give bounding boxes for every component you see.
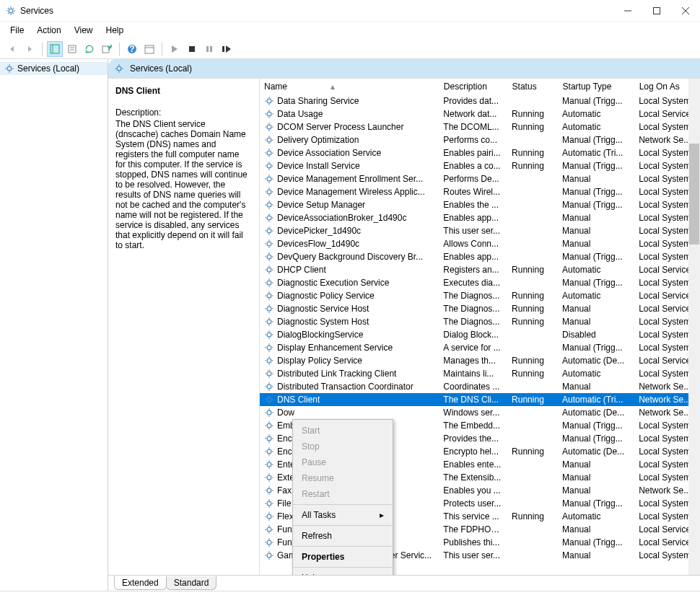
service-icon [264, 187, 274, 197]
table-row[interactable]: Distributed Transaction CoordinatorCoord… [260, 380, 700, 393]
col-status[interactable]: Status [507, 79, 558, 94]
svg-point-92 [267, 242, 271, 246]
svg-point-32 [117, 66, 121, 71]
service-icon [264, 239, 274, 249]
table-row[interactable]: DevQuery Background Discovery Br...Enabl… [260, 250, 700, 263]
svg-point-67 [267, 177, 271, 181]
menu-file[interactable]: File [4, 24, 30, 37]
service-startup: Manual (Trigg... [558, 185, 634, 198]
service-status [507, 133, 558, 146]
service-startup: Automatic (De... [558, 406, 634, 419]
ctx-help[interactable]: Help [293, 570, 393, 575]
export-toolbar-button[interactable] [99, 41, 115, 57]
svg-point-87 [267, 229, 271, 233]
tab-extended[interactable]: Extended [114, 576, 167, 590]
view-tabs: Extended Standard [108, 575, 700, 591]
service-status: Running [507, 354, 558, 367]
restart-service-button[interactable] [219, 41, 235, 57]
service-description: Enables you ... [439, 484, 507, 497]
table-row[interactable]: Diagnostic Execution ServiceExecutes dia… [260, 276, 700, 289]
stop-service-button[interactable] [184, 41, 200, 57]
table-row[interactable]: Data UsageNetwork dat...RunningAutomatic… [260, 107, 700, 120]
service-description: Enables pairi... [439, 146, 507, 159]
table-row[interactable]: Distributed Link Tracking ClientMaintain… [260, 367, 700, 380]
tab-standard[interactable]: Standard [166, 576, 217, 590]
svg-point-142 [267, 371, 271, 376]
svg-point-177 [267, 462, 271, 467]
forward-button[interactable] [22, 41, 38, 57]
start-service-button[interactable] [167, 41, 183, 57]
table-row[interactable]: DeviceAssociationBroker_1d490cEnables ap… [260, 211, 700, 224]
table-row[interactable]: Diagnostic Policy ServiceThe Diagnos...R… [260, 289, 700, 302]
table-row[interactable]: Display Enhancement ServiceA service for… [260, 341, 700, 354]
svg-point-182 [267, 475, 271, 480]
menu-view[interactable]: View [69, 24, 99, 37]
svg-point-117 [267, 307, 271, 311]
table-row[interactable]: Device Association ServiceEnables pairi.… [260, 146, 700, 159]
service-description: A service for ... [439, 341, 507, 354]
window-title: Services [20, 6, 613, 16]
service-description: This user ser... [439, 224, 507, 237]
service-description: Publishes thi... [439, 536, 507, 549]
toolbar: ? [0, 39, 700, 59]
service-name: Data Sharing Service [277, 96, 359, 106]
scrollbar-thumb[interactable] [689, 144, 699, 245]
svg-text:?: ? [129, 44, 134, 54]
svg-line-6 [13, 12, 14, 13]
table-row[interactable]: Data Sharing ServiceProvides dat...Manua… [260, 94, 700, 107]
svg-rect-24 [206, 46, 209, 52]
ctx-all-tasks[interactable]: All Tasks▸ [293, 507, 393, 523]
table-row[interactable]: Device Management Wireless Applic...Rout… [260, 185, 700, 198]
col-description[interactable]: Description [439, 79, 507, 94]
table-row[interactable]: Display Policy ServiceManages th...Runni… [260, 354, 700, 367]
table-row[interactable]: DowWindows ser...Automatic (De...Network… [260, 406, 700, 419]
table-row[interactable]: DevicesFlow_1d490cAllows Conn...ManualLo… [260, 237, 700, 250]
table-row[interactable]: Device Management Enrollment Ser...Perfo… [260, 172, 700, 185]
table-row[interactable]: Delivery OptimizationPerforms co...Manua… [260, 133, 700, 146]
table-row[interactable]: DevicePicker_1d490cThis user ser...Manua… [260, 224, 700, 237]
service-list[interactable]: Name▴ Description Status Startup Type Lo… [260, 79, 700, 575]
table-row[interactable]: Device Install ServiceEnables a co...Run… [260, 159, 700, 172]
col-name[interactable]: Name▴ [260, 79, 439, 94]
properties-toolbar-button[interactable] [64, 41, 80, 57]
svg-point-107 [267, 281, 271, 285]
ctx-properties[interactable]: Properties [293, 549, 393, 565]
menu-help[interactable]: Help [100, 24, 130, 37]
calendar-toolbar-button[interactable] [141, 41, 157, 57]
ctx-refresh[interactable]: Refresh [293, 528, 393, 544]
service-icon [264, 291, 274, 301]
table-row[interactable]: DNS ClientThe DNS Cli...RunningAutomatic… [260, 393, 700, 406]
table-row[interactable]: Diagnostic System HostThe Diagnos...Runn… [260, 315, 700, 328]
service-name: DialogBlockingService [277, 330, 363, 340]
service-description: Performs De... [439, 172, 507, 185]
svg-point-47 [267, 125, 271, 129]
service-startup: Automatic (Tri... [558, 146, 634, 159]
menu-action[interactable]: Action [31, 24, 66, 37]
tree-root-item[interactable]: Services (Local) [0, 62, 108, 75]
minimize-button[interactable] [613, 0, 642, 22]
table-row[interactable]: DialogBlockingServiceDialog Block...Disa… [260, 328, 700, 341]
table-row[interactable]: Diagnostic Service HostThe Diagnos...Run… [260, 302, 700, 315]
scrollbar[interactable] [688, 79, 700, 575]
help-toolbar-button[interactable]: ? [124, 41, 140, 57]
service-description: Allows Conn... [439, 237, 507, 250]
refresh-toolbar-button[interactable] [82, 41, 97, 57]
table-row[interactable]: Device Setup ManagerEnables the ...Manua… [260, 198, 700, 211]
service-description: The Extensib... [439, 471, 507, 484]
maximize-button[interactable] [642, 0, 671, 22]
svg-rect-10 [654, 7, 660, 14]
close-button[interactable] [671, 0, 700, 22]
col-startup[interactable]: Startup Type [558, 79, 634, 94]
svg-point-202 [267, 527, 271, 532]
service-startup: Automatic [558, 107, 634, 120]
service-icon [264, 343, 274, 353]
table-row[interactable]: DHCP ClientRegisters an...RunningAutomat… [260, 263, 700, 276]
service-startup: Automatic [558, 120, 634, 133]
service-name: Delivery Optimization [277, 135, 359, 145]
service-startup: Automatic [558, 263, 634, 276]
pause-service-button[interactable] [201, 41, 217, 57]
back-button[interactable] [4, 41, 20, 57]
table-row[interactable]: DCOM Server Process LauncherThe DCOML...… [260, 120, 700, 133]
show-hide-tree-button[interactable] [47, 41, 63, 57]
svg-point-197 [267, 514, 271, 519]
